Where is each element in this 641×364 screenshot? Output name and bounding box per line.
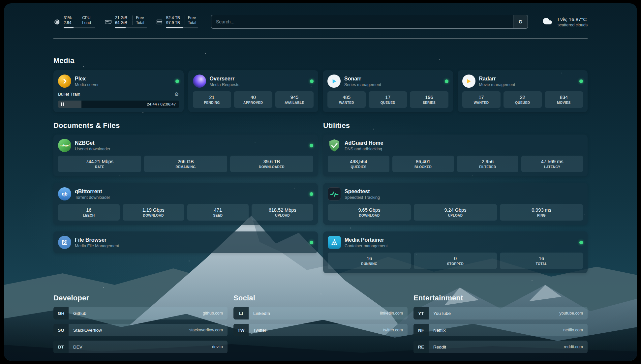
app-card-nzbget[interactable]: nzbget NZBGet Usenet downloader 744.21 M… [53,135,318,176]
stat-latency: 47.569 ms LATENCY [521,156,583,172]
stat-label: RATE [95,165,104,169]
bookmark-dev[interactable]: DT DEV dev.to [53,341,228,353]
app-name: Radarr [479,76,515,82]
stat-value: 196 [425,95,433,100]
bookmark-abbr: TW [233,324,249,336]
app-subtitle: Torrent downloader [75,195,110,200]
section-title-media: Media [53,56,588,65]
stat-label: WANTED [474,101,489,105]
stat-value: 1.19 Gbps [142,207,165,213]
stat-value: 21 [209,95,215,100]
app-card-radarr[interactable]: Radarr Movie management 17 WANTED 22 QUE… [458,70,588,112]
stat-value: 2,956 [482,159,494,164]
status-online-dot [310,241,313,244]
section-title-developer: Developer [53,294,228,302]
app-card-overseerr[interactable]: Overseerr Media Requests 21 PENDING 40 A… [188,70,319,112]
bookmark-name: Reddit [429,341,446,353]
bookmark-name: StackOverflow [69,324,102,336]
section-social: Social LI LinkedIn linkedin.com TW Twitt… [233,294,408,353]
stat-value: 834 [560,95,568,100]
app-card-qbittorrent[interactable]: qb qBittorrent Torrent downloader 16 [53,183,318,225]
app-card-adguard[interactable]: AdGuard Home DNS and adblocking 498,564 … [323,135,588,176]
app-card-speedtest[interactable]: Speedtest Speedtest Tracking 9.65 Gbps D… [323,183,588,225]
pause-icon[interactable] [61,103,64,106]
bookmark-netflix[interactable]: NF Netflix netflix.com [413,324,588,336]
stat-label: REMAINING [176,165,196,169]
stat-running: 16 RUNNING [328,253,411,269]
stat-label: QUEUED [515,101,530,105]
stat-label: SERIES [423,101,436,105]
stat-value: 17 [385,95,390,100]
bookmark-name: LinkedIn [249,307,270,319]
stat-stopped: 0 STOPPED [414,253,497,269]
stat-download: 1.19 Gbps DOWNLOAD [123,204,184,221]
disk-total-value: 97.9 TB [166,20,185,25]
app-subtitle: Media File Management [75,244,119,248]
app-subtitle: Media Requests [210,82,239,87]
sonarr-icon [327,75,341,88]
section-title-documents: Documents & Files [53,121,318,130]
stat-label: UPLOAD [448,214,463,217]
stat-wanted: 17 WANTED [462,91,501,108]
section-developer: Developer GH Github github.com SO StackO… [53,294,228,353]
status-online-dot [310,79,314,83]
disk-total-label: Total [185,20,198,25]
app-card-plex[interactable]: Plex Media server Bullet Train ⚙ 24:44 /… [53,70,184,112]
section-utilities: Utilities [323,112,588,273]
stat-label: QUEUED [381,101,395,105]
stat-value: 471 [214,207,222,213]
dashboard-screen: 31% CPU 2.94 Load [4,3,637,361]
bookmark-abbr: GH [53,307,69,319]
bookmark-github[interactable]: GH Github github.com [53,307,228,319]
bookmark-youtube[interactable]: YT YouTube youtube.com [413,307,588,319]
stat-upload: 618.52 Mbps UPLOAD [252,204,313,221]
cloud-icon [541,16,554,27]
stat-queries: 498,564 QUERIES [328,156,389,172]
stat-queued: 17 QUEUED [369,91,407,108]
snow-particles [4,3,5,4]
playback-progress-bar[interactable]: 24:44 / 02:06:47 [58,101,179,108]
bookmark-stackoverflow[interactable]: SO StackOverflow stackoverflow.com [53,324,228,336]
stat-approved: 40 APPROVED [234,91,272,108]
app-subtitle: Speedtest Tracking [345,195,380,200]
stat-label: UPLOAD [275,214,290,217]
stat-value: 0.993 ms [532,207,551,213]
stat-label: DOWNLOAD [359,214,380,217]
bookmark-url: netflix.com [563,324,588,336]
bookmark-twitter[interactable]: TW Twitter twitter.com [233,324,408,336]
ram-free-value: 21 GiB [115,15,133,20]
gear-icon[interactable]: ⚙ [174,92,179,97]
bookmark-reddit[interactable]: RE Reddit reddit.com [413,341,588,353]
status-online-dot [445,79,448,83]
bookmark-url: youtube.com [559,307,588,319]
app-subtitle: Series management [344,82,381,87]
stat-value: 9.65 Gbps [358,207,381,213]
ram-usage-widget: 21 GiB Free 64 GiB Total [105,15,147,28]
search-engine-button[interactable]: G [513,15,528,28]
status-online-dot [175,79,179,83]
bookmark-name: DEV [69,341,82,353]
stat-value: 0 [454,256,457,261]
app-card-portainer[interactable]: Media Portainer Container management 16 … [323,231,588,273]
app-name: File Browser [75,237,119,243]
stat-value: 39.6 TB [263,159,280,164]
radarr-icon [462,75,475,88]
weather-widget[interactable]: Lviv, 16.87°C scattered clouds [541,16,588,27]
app-card-sonarr[interactable]: Sonarr Series management 485 WANTED 17 Q… [323,70,453,112]
stat-label: QUERIES [351,165,366,169]
overseerr-icon [193,75,206,88]
bookmark-abbr: RE [413,341,429,353]
header-divider [53,38,588,39]
stat-value: 22 [520,95,525,100]
stat-downloaded: 39.6 TB DOWNLOADED [230,156,313,172]
status-online-dot [579,79,583,83]
status-online-dot [579,241,583,244]
search-input[interactable] [211,15,513,28]
app-card-filebrowser[interactable]: File Browser Media File Management [53,231,318,253]
nzbget-icon: nzbget [58,139,71,152]
stat-available: 945 AVAILABLE [275,91,314,108]
stat-remaining: 266 GB REMAINING [144,156,227,172]
bookmark-linkedin[interactable]: LI LinkedIn linkedin.com [233,307,408,319]
now-playing-title: Bullet Train [58,92,80,97]
cpu-load-value: 2.94 [64,20,79,25]
